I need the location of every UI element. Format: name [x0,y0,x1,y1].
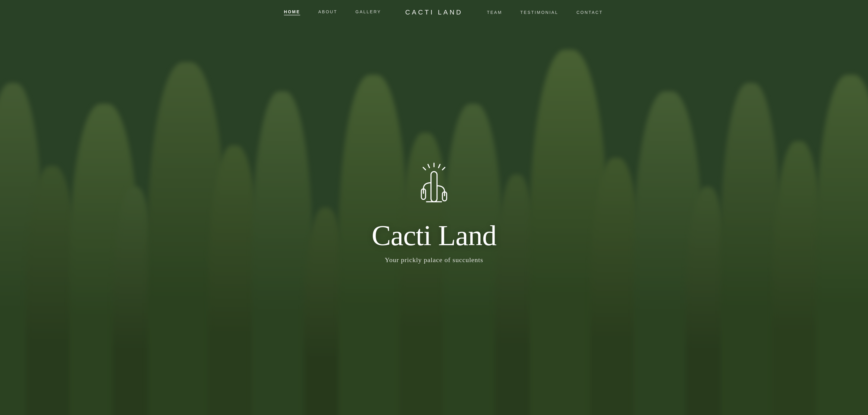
nav-about[interactable]: ABOUT [318,9,337,16]
navbar: HOME ABOUT GALLERY CACTI LAND TEAM TESTI… [0,0,868,25]
brand-subtitle: Your prickly palace of succulents [385,256,483,264]
svg-line-2 [428,165,430,168]
nav-gallery[interactable]: GALLERY [355,9,381,16]
svg-line-4 [423,168,426,170]
hero-section: HOME ABOUT GALLERY CACTI LAND TEAM TESTI… [0,0,868,415]
brand-title: Cacti Land [372,220,496,251]
nav-testimonial[interactable]: TESTIMONIAL [520,10,558,15]
nav-left: HOME ABOUT GALLERY [18,9,405,16]
svg-rect-5 [431,172,437,202]
cactus-logo-icon [407,160,461,214]
svg-line-1 [438,165,440,168]
hero-content: Cacti Land Your prickly palace of succul… [372,160,496,264]
nav-logo[interactable]: CACTI LAND [405,8,463,16]
nav-right: TEAM TESTIMONIAL CONTACT [463,10,850,15]
nav-home[interactable]: HOME [284,9,300,16]
nav-team[interactable]: TEAM [487,10,502,15]
nav-contact[interactable]: CONTACT [577,10,603,15]
svg-line-3 [442,168,445,170]
